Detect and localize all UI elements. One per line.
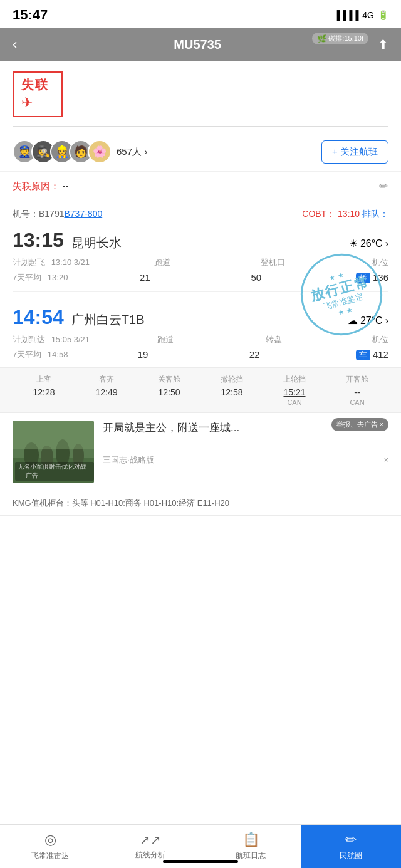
arr-pos-val: 车 412 — [356, 349, 388, 361]
ad-source-label: 三国志·战略版 — [103, 454, 154, 466]
gate-label: 登机口 — [261, 257, 285, 268]
nav-item-circle[interactable]: ✏ 民航圈 — [301, 825, 401, 868]
ad-report-button[interactable]: 举报、去广告 × — [331, 418, 388, 431]
nav-label-radar: 飞常准雷达 — [31, 850, 69, 861]
planned-arr-label: 计划到达 15:05 3/21 — [13, 334, 90, 345]
edit-icon[interactable]: ✏ — [379, 179, 388, 193]
follow-button[interactable]: + 关注航班 — [321, 140, 388, 164]
advertisement-banner: 举报、去广告 × 无名小军俱射击优化对战 — 广告 开局就是主公，附送一座城..… — [0, 412, 401, 491]
arr-avg: 7天平均 14:58 — [13, 349, 68, 361]
lost-reason-row: 失联原因： -- ✏ — [0, 172, 401, 201]
ground-ops-headers: 上客 客齐 关客舱 撤轮挡 上轮挡 开客舱 — [0, 368, 401, 387]
departure-section: ★ ★ 放行正常 飞常准鉴定 ★ ★ 13:15 昆明长水 ☀ 26°C › 计… — [0, 229, 401, 302]
ground-val-full: 12:49 — [75, 387, 138, 406]
nav-item-radar[interactable]: ◎ 飞常准雷达 — [0, 825, 100, 868]
ground-val-boarding: 12:28 — [13, 387, 75, 406]
header-center: MU5735 — [174, 38, 221, 52]
arrival-weather[interactable]: ☁ 27°C › — [348, 315, 388, 327]
leaf-icon: 🌿 — [317, 34, 326, 43]
arr-runway-label: 跑道 — [157, 334, 174, 345]
arr-pos-badge: 车 — [356, 350, 370, 360]
can-label-1: CAN — [263, 399, 326, 406]
ground-ops-section: 上客 客齐 关客舱 撤轮挡 上轮挡 开客舱 12:28 12:49 12:50 … — [0, 367, 401, 412]
flight-number: MU5735 — [174, 38, 221, 52]
ground-val-close-cabin: 12:50 — [138, 387, 200, 406]
kmg-info-text: KMG值机柜台：头等 H01-H10:商务 H01-H10:经济 E11-H20 — [13, 498, 229, 508]
arr-turntable-label: 转盘 — [266, 334, 282, 345]
ground-label-set-chocks: 上轮挡 — [263, 374, 326, 385]
arrival-avg-row: 7天平均 14:58 19 22 车 412 — [13, 349, 388, 361]
signal-icon: ▐▐▐▐ — [334, 10, 359, 20]
ground-label-remove-chocks: 撤轮挡 — [200, 374, 263, 385]
dep-runway-val: 21 — [140, 272, 150, 284]
arr-chevron-icon: › — [385, 315, 388, 327]
lost-connection-section: 失联 ✈ — [0, 61, 401, 123]
followers-count[interactable]: 657人 › — [117, 146, 147, 158]
arr-turntable-val: 22 — [249, 349, 260, 361]
status-bar: 15:47 ▐▐▐▐ 4G 🔋 — [0, 0, 401, 28]
arrival-section: 14:54 广州白云T1B ☁ 27°C › 计划到达 15:05 3/21 跑… — [0, 302, 401, 367]
ad-image-label: 无名小军俱射击优化对战 — 广告 — [15, 462, 94, 481]
progress-line — [13, 126, 388, 127]
nav-label-log: 航班日志 — [236, 850, 266, 861]
departure-time-row: 13:15 昆明长水 ☀ 26°C › — [13, 229, 388, 252]
runway-label: 跑道 — [154, 257, 170, 268]
share-button[interactable]: ⬆ — [378, 37, 388, 52]
ground-label-close-cabin: 关客舱 — [138, 374, 200, 385]
nav-label-route: 航线分析 — [135, 850, 165, 860]
radar-icon: ◎ — [44, 832, 56, 848]
chevron-icon: › — [385, 238, 388, 249]
dep-pos-val: 桥 136 — [356, 272, 388, 284]
ad-close-button[interactable]: × — [383, 455, 388, 464]
ground-label-full: 客齐 — [75, 374, 138, 385]
status-time: 15:47 — [13, 7, 48, 23]
departure-time: 13:15 — [13, 229, 64, 252]
arr-runway-val: 19 — [138, 349, 148, 361]
flight-info-section: 机号：B1791B737-800 COBT： 13:10 排队： — [0, 201, 401, 220]
can-label-2: CAN — [326, 399, 388, 406]
avatar: 🌸 — [88, 140, 112, 164]
cobt-info: COBT： 13:10 排队： — [302, 209, 388, 220]
aircraft-number: 机号：B1791B737-800 — [13, 209, 102, 220]
ground-val-remove-chocks: 12:58 — [200, 387, 263, 406]
carbon-label: 碳排:15.10t — [328, 34, 363, 43]
route-icon: ↗↗ — [140, 832, 161, 847]
arrival-detail-row: 计划到达 15:05 3/21 跑道 转盘 机位 — [13, 334, 388, 345]
section-divider — [13, 291, 388, 292]
status-icons: ▐▐▐▐ 4G 🔋 — [334, 10, 388, 20]
app-header: ‹ MU5735 🌿 碳排:15.10t ⬆ — [0, 28, 401, 61]
aircraft-row: 机号：B1791B737-800 COBT： 13:10 排队： — [13, 209, 388, 220]
ground-label-boarding: 上客 — [13, 374, 75, 385]
arr-pos-label: 机位 — [372, 334, 388, 345]
arrival-airport: 广州白云T1B — [71, 311, 145, 328]
ground-label-open-cabin: 开客舱 — [326, 374, 388, 385]
airplane-icon: ✈ — [21, 95, 33, 111]
ground-val-set-chocks: 15:21 CAN — [263, 387, 326, 406]
cloud-icon: ☁ — [348, 315, 358, 327]
battery-icon: 🔋 — [378, 10, 388, 20]
pos-label: 机位 — [372, 257, 388, 268]
back-button[interactable]: ‹ — [13, 36, 17, 53]
lost-badge: 失联 ✈ — [13, 71, 63, 117]
departure-airport: 昆明长水 — [71, 234, 122, 251]
departure-detail-row: 计划起飞 13:10 3/21 跑道 登机口 机位 — [13, 257, 388, 268]
arrival-time: 14:54 — [13, 306, 64, 329]
edit-nav-icon: ✏ — [345, 832, 357, 848]
followers-row: 👮 🕵 👷 🧑 🌸 657人 › + 关注航班 — [0, 132, 401, 172]
dep-pos-badge: 桥 — [356, 273, 370, 283]
departure-avg-row: 7天平均 13:20 21 50 桥 136 — [13, 272, 388, 284]
carbon-badge: 🌿 碳排:15.10t — [312, 33, 368, 44]
ground-val-open-cabin: -- CAN — [326, 387, 388, 406]
planned-dep-label: 计划起飞 13:10 3/21 — [13, 257, 90, 268]
ad-source-row: 三国志·战略版 × — [103, 454, 388, 466]
ad-image: 无名小军俱射击优化对战 — 广告 — [13, 421, 94, 483]
progress-area — [0, 126, 401, 132]
kmg-info-bar: KMG值机柜台：头等 H01-H10:商务 H01-H10:经济 E11-H20 — [0, 491, 401, 516]
departure-weather[interactable]: ☀ 26°C › — [349, 238, 388, 249]
dep-avg: 7天平均 13:20 — [13, 272, 68, 284]
home-indicator — [163, 860, 238, 863]
network-type: 4G — [362, 10, 374, 20]
ground-ops-values: 12:28 12:49 12:50 12:58 15:21 CAN -- CAN — [0, 387, 401, 412]
avatar-list: 👮 🕵 👷 🧑 🌸 — [13, 140, 107, 164]
log-icon: 📋 — [242, 832, 259, 848]
